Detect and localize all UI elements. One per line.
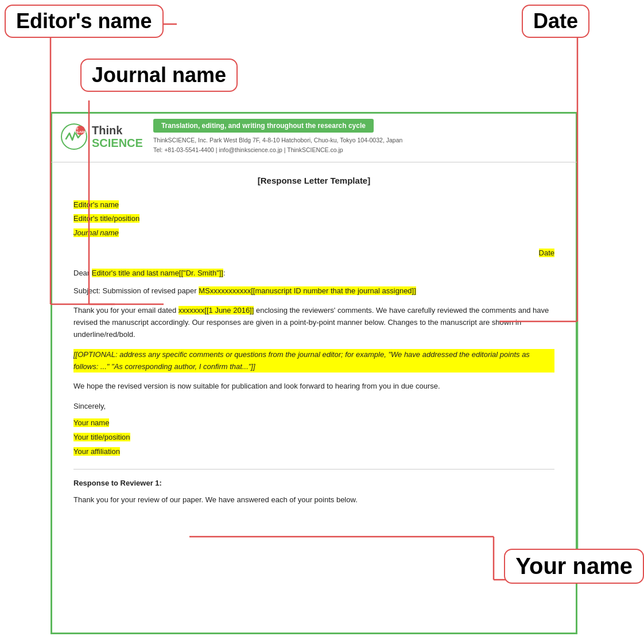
response-title: Response to Reviewer 1: xyxy=(73,478,554,490)
your-affiliation-line: Your affiliation xyxy=(73,446,554,458)
field-journal-name: Journal name xyxy=(73,228,119,237)
your-title-field: Your title/position xyxy=(73,433,130,441)
response-section: Response to Reviewer 1: Thank you for yo… xyxy=(73,469,554,506)
date-highlight: xxxxxxx[[1 June 2016]] xyxy=(179,306,254,315)
letter-title: [Response Letter Template] xyxy=(73,174,554,188)
body-para-1: Thank you for your email dated xxxxxxx[[… xyxy=(73,305,554,340)
dear-line: Dear Editor's title and last name[["Dr. … xyxy=(73,267,554,280)
editors-name-label: Editor's name xyxy=(5,5,164,38)
optional-block: [[OPTIONAL: address any specific comment… xyxy=(73,349,554,373)
response-body: Thank you for your review of our paper. … xyxy=(73,494,554,506)
letterhead-header: 10 YEARS Think SCIENCE Translation, edit… xyxy=(51,112,577,162)
field-editors-name-line: Editor's name xyxy=(73,199,554,211)
field-journal-name-line: Journal name xyxy=(73,227,554,239)
logo-circle: 10 YEARS xyxy=(61,123,87,150)
body-para-2: We hope the revised version is now suita… xyxy=(73,381,554,393)
journal-name-label: Journal name xyxy=(80,59,238,92)
logo-text: Think SCIENCE xyxy=(92,124,143,149)
years-badge: 10 YEARS xyxy=(76,126,85,135)
tagline-block: Translation, editing, and writing throug… xyxy=(153,119,567,155)
logo-block: 10 YEARS Think SCIENCE xyxy=(61,119,143,155)
field-editors-name: Editor's name xyxy=(73,200,119,209)
letter-body: [Response Letter Template] Editor's name… xyxy=(51,162,577,518)
subject-highlight: MSxxxxxxxxxxx[[manuscript ID number that… xyxy=(199,286,416,295)
field-date: Date xyxy=(539,249,554,257)
sincerely-line: Sincerely, xyxy=(73,401,554,413)
company-address: ThinkSCIENCE, Inc. Park West Bldg 7F, 4-… xyxy=(153,135,567,155)
field-editors-title: Editor's title/position xyxy=(73,214,139,223)
subject-line: Subject: Submission of revised paper MSx… xyxy=(73,285,554,297)
date-label: Date xyxy=(522,5,589,38)
your-title-line: Your title/position xyxy=(73,432,554,444)
tagline-text: Translation, editing, and writing throug… xyxy=(153,119,374,133)
field-editors-title-line: Editor's title/position xyxy=(73,213,554,225)
date-right-line: Date xyxy=(73,247,554,259)
dear-highlight: Editor's title and last name[["Dr. Smith… xyxy=(92,269,223,277)
your-affiliation-field: Your affiliation xyxy=(73,447,120,456)
your-name-label: Your name xyxy=(504,549,644,584)
your-name-field: Your name xyxy=(73,418,109,427)
your-name-line: Your name xyxy=(73,417,554,429)
document-content: 10 YEARS Think SCIENCE Translation, edit… xyxy=(51,112,577,518)
